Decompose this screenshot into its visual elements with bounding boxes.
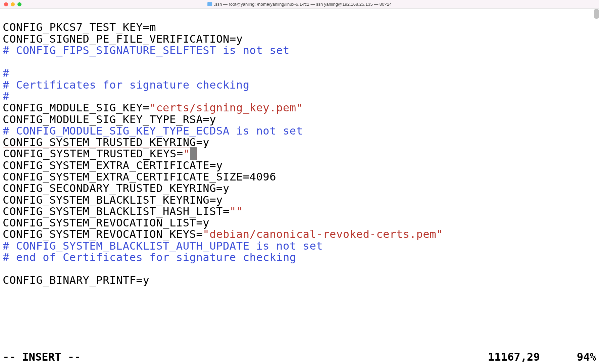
comment-line: # CONFIG_MODULE_SIG_KEY_TYPE_ECDSA is no…: [3, 124, 303, 137]
config-line: CONFIG_SYSTEM_BLACKLIST_KEYRING=y: [3, 194, 223, 206]
traffic-lights: [4, 2, 21, 6]
config-line: CONFIG_BINARY_PRINTF=y: [3, 274, 149, 287]
scrollbar[interactable]: [594, 9, 599, 19]
config-line: CONFIG_SECONDARY_TRUSTED_KEYRING=y: [3, 182, 230, 195]
config-line: CONFIG_SYSTEM_EXTRA_CERTIFICATE_SIZE=409…: [3, 170, 276, 183]
config-line: CONFIG_PKCS7_TEST_KEY=m: [3, 21, 156, 34]
config-line: CONFIG_SYSTEM_TRUSTED_KEYRING=y: [3, 136, 209, 149]
vim-status-line: -- INSERT -- 11167,29 94%: [3, 351, 596, 364]
config-line: CONFIG_SYSTEM_BLACKLIST_HASH_LIST="": [3, 205, 243, 218]
folder-icon: [207, 2, 212, 6]
scroll-percent: 94%: [577, 351, 596, 363]
comment-line: #: [3, 67, 9, 80]
config-line: CONFIG_SIGNED_PE_FILE_VERIFICATION=y: [3, 33, 243, 45]
vim-mode: -- INSERT --: [3, 351, 81, 363]
comment-line: # CONFIG_FIPS_SIGNATURE_SELFTEST is not …: [3, 44, 290, 57]
maximize-button[interactable]: [17, 2, 21, 6]
terminal-content[interactable]: CONFIG_PKCS7_TEST_KEY=m CONFIG_SIGNED_PE…: [0, 9, 599, 286]
highlighted-line: CONFIG_SYSTEM_TRUSTED_KEYS="": [3, 148, 197, 160]
cursor-position: 11167,29: [488, 351, 540, 363]
minimize-button[interactable]: [11, 2, 15, 6]
title-label: .ssh — root@yanling: /home/yanling/linux…: [214, 2, 392, 7]
config-line: CONFIG_SYSTEM_REVOCATION_LIST=y: [3, 216, 209, 229]
config-line: CONFIG_SYSTEM_EXTRA_CERTIFICATE=y: [3, 159, 223, 172]
window-title: .ssh — root@yanling: /home/yanling/linux…: [207, 2, 392, 7]
window-titlebar: .ssh — root@yanling: /home/yanling/linux…: [0, 0, 599, 9]
comment-line: # end of Certificates for signature chec…: [3, 251, 296, 264]
close-button[interactable]: [4, 2, 8, 6]
comment-line: # CONFIG_SYSTEM_BLACKLIST_AUTH_UPDATE is…: [3, 240, 323, 252]
config-line: CONFIG_MODULE_SIG_KEY_TYPE_RSA=y: [3, 113, 216, 126]
comment-line: # Certificates for signature checking: [3, 79, 250, 91]
config-line: CONFIG_MODULE_SIG_KEY="certs/signing_key…: [3, 101, 303, 114]
config-line: CONFIG_SYSTEM_REVOCATION_KEYS="debian/ca…: [3, 228, 443, 241]
cursor: ": [190, 147, 197, 160]
comment-line: #: [3, 90, 9, 103]
